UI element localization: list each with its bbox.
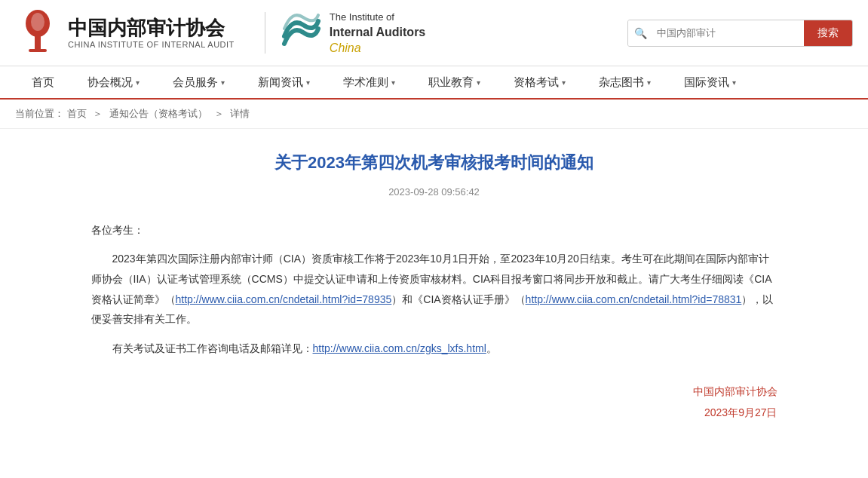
article-title: 关于2023年第四次机考审核报考时间的通知 [91, 152, 778, 175]
nav-exam[interactable]: 资格考试 ▾ [497, 66, 582, 99]
breadcrumb-category[interactable]: 通知公告（资格考试） [109, 108, 207, 119]
nav-academic[interactable]: 学术准则 ▾ [327, 66, 412, 99]
china-emblem-icon [15, 8, 60, 57]
cia-link2[interactable]: http://www.ciia.com.cn/cndetail.html?id=… [526, 293, 742, 305]
cia-link3[interactable]: http://www.ciia.com.cn/zgks_lxfs.html [313, 342, 486, 354]
nav-home[interactable]: 首页 [15, 66, 71, 99]
article-footer: 中国内部审计协会 2023年9月27日 [91, 381, 778, 423]
search-button[interactable]: 搜索 [804, 20, 852, 46]
main-nav: 首页 协会概况 ▾ 会员服务 ▾ 新闻资讯 ▾ 学术准则 ▾ 职业教育 ▾ 资格… [0, 66, 868, 100]
nav-magazine[interactable]: 杂志图书 ▾ [582, 66, 667, 99]
iia-china: China [330, 41, 425, 55]
logo-divider [265, 12, 265, 54]
nav-education[interactable]: 职业教育 ▾ [412, 66, 497, 99]
chevron-down-icon: ▾ [477, 78, 480, 87]
chevron-down-icon: ▾ [221, 78, 225, 87]
logo-china: 中国内部审计协会 CHINA INSTITUTE OF INTERNAL AUD… [15, 8, 235, 57]
footer-org: 中国内部审计协会 [91, 381, 778, 402]
breadcrumb-current: 详情 [230, 108, 250, 119]
search-icon: 🔍 [628, 20, 653, 46]
nav-international[interactable]: 国际资讯 ▾ [667, 66, 753, 99]
iia-line2: Internal Auditors [330, 24, 425, 41]
logo-en-text: CHINA INSTITUTE OF INTERNAL AUDIT [68, 40, 235, 49]
search-input[interactable] [653, 20, 804, 46]
nav-news[interactable]: 新闻资讯 ▾ [241, 66, 327, 99]
page-header: 中国内部审计协会 CHINA INSTITUTE OF INTERNAL AUD… [0, 0, 868, 66]
iia-emblem-icon [281, 14, 322, 51]
breadcrumb: 当前位置： 首页 ＞ 通知公告（资格考试） ＞ 详情 [0, 100, 868, 129]
svg-rect-1 [35, 35, 41, 51]
logo-cn-text: 中国内部审计协会 [68, 17, 235, 40]
para2-pre: 有关考试及证书工作咨询电话及邮箱详见： [91, 342, 313, 354]
breadcrumb-sep2: ＞ [214, 108, 224, 119]
para1-mid: ）和《CIA资格认证手册》（ [391, 293, 525, 305]
logo-iia: The Institute of Internal Auditors China [281, 11, 425, 55]
chevron-down-icon: ▾ [647, 78, 651, 87]
breadcrumb-label: 当前位置： [15, 108, 64, 119]
nav-member[interactable]: 会员服务 ▾ [156, 66, 241, 99]
article-salutation: 各位考生： [91, 220, 778, 241]
breadcrumb-home[interactable]: 首页 [67, 108, 87, 119]
chevron-down-icon: ▾ [306, 78, 310, 87]
iia-line1: The Institute of [330, 11, 425, 24]
article-body: 各位考生： 2023年第四次国际注册内部审计师（CIA）资质审核工作将于2023… [91, 220, 778, 359]
nav-association[interactable]: 协会概况 ▾ [71, 66, 156, 99]
article-content: 关于2023年第四次机考审核报考时间的通知 2023-09-28 09:56:4… [76, 129, 793, 461]
iia-text-block: The Institute of Internal Auditors China [330, 11, 425, 55]
article-para1: 2023年第四次国际注册内部审计师（CIA）资质审核工作将于2023年10月1日… [91, 249, 778, 329]
article-para2: 有关考试及证书工作咨询电话及邮箱详见：http://www.ciia.com.c… [91, 339, 778, 359]
search-box: 🔍 搜索 [627, 20, 853, 47]
cia-link1[interactable]: http://www.ciia.com.cn/cndetail.html?id=… [176, 293, 392, 305]
chevron-down-icon: ▾ [732, 78, 736, 87]
svg-point-3 [31, 13, 44, 31]
chevron-down-icon: ▾ [562, 78, 566, 87]
svg-rect-2 [29, 49, 47, 52]
footer-date: 2023年9月27日 [91, 402, 778, 423]
search-area: 🔍 搜索 [627, 20, 853, 47]
article-date: 2023-09-28 09:56:42 [91, 186, 778, 198]
chevron-down-icon: ▾ [391, 78, 395, 87]
para2-end: 。 [486, 342, 497, 354]
chevron-down-icon: ▾ [136, 78, 140, 87]
breadcrumb-sep1: ＞ [93, 108, 103, 119]
